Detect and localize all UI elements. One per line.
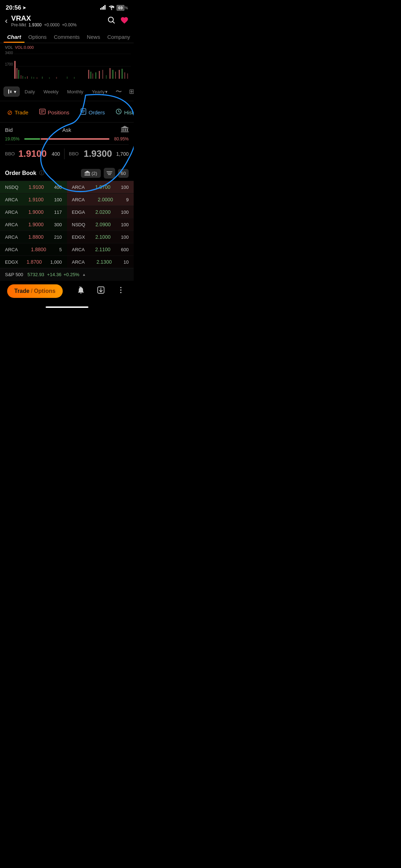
ob-ask-7-exchange: ARCA <box>72 259 85 265</box>
period-monthly[interactable]: Monthly <box>63 87 87 97</box>
svg-rect-36 <box>124 72 125 79</box>
svg-point-67 <box>120 287 122 288</box>
svg-rect-56 <box>121 131 129 132</box>
bell-button[interactable] <box>75 284 87 298</box>
svg-rect-21 <box>56 77 57 79</box>
search-button[interactable] <box>107 16 115 26</box>
orders-label: Orders <box>89 109 105 115</box>
svg-rect-27 <box>95 72 96 79</box>
positions-button[interactable]: Positions <box>37 107 72 118</box>
ob-bid-5: ARCA 1.8800 210 <box>0 231 67 243</box>
svg-rect-9 <box>14 61 16 79</box>
bbo-label-ask: BBO <box>69 151 82 156</box>
spread-bar: 19.05% 80.95% <box>5 136 129 141</box>
bbo-row: BBO 1.9100 400 BBO 1.9300 1,700 <box>5 144 129 163</box>
ob-count-button[interactable]: 60 <box>118 169 129 178</box>
header: ‹ VRAX Pre-Mkt 1.9300 +0.0000 +0.00% <box>0 13 134 30</box>
history-button[interactable]: History <box>113 107 134 118</box>
ob-ask-7-price: 2.1300 <box>97 259 112 265</box>
positions-icon <box>39 109 46 116</box>
svg-rect-39 <box>10 91 11 93</box>
tab-company[interactable]: Company <box>104 30 134 43</box>
chart-wave-icon[interactable]: 〜 <box>113 86 125 97</box>
ob-controls: (2) 60 <box>81 168 129 179</box>
svg-rect-11 <box>18 70 19 79</box>
battery-icon: 69 % <box>117 5 128 11</box>
trade-icon: ⊘ <box>7 109 12 117</box>
ob-row-2: ARCA 1.9100 100 ARCA 2.0000 9 <box>0 193 134 206</box>
y-label-mid: 1700 <box>5 62 13 66</box>
share-button[interactable] <box>95 284 107 298</box>
svg-rect-15 <box>27 76 28 79</box>
ob-ask-5-exchange: EDGX <box>72 234 85 240</box>
ob-bid-1-qty: 400 <box>54 185 62 190</box>
candle-type-selector[interactable]: ▾ <box>4 87 20 97</box>
svg-rect-23 <box>74 77 74 79</box>
ask-bar <box>41 138 109 140</box>
svg-rect-17 <box>34 77 34 79</box>
ob-ask-1-exchange: ARCA <box>72 185 85 190</box>
period-daily[interactable]: Daily <box>21 87 38 97</box>
ob-ask-6: ARCA 2.1100 600 <box>67 243 134 255</box>
period-weekly[interactable]: Weekly <box>40 87 62 97</box>
ob-exchange-filter[interactable]: (2) <box>81 169 101 178</box>
ob-row-5: ARCA 1.8800 210 EDGX 2.1000 100 <box>0 231 134 243</box>
ob-bid-7-qty: 1,000 <box>50 259 62 265</box>
svg-rect-55 <box>127 129 128 131</box>
action-buttons: ⊘ Trade Positions Orders History <box>0 103 134 122</box>
svg-rect-62 <box>84 175 90 176</box>
more-button[interactable] <box>115 284 127 298</box>
home-indicator <box>46 306 88 308</box>
svg-rect-22 <box>67 77 68 79</box>
ob-bid-4: ARCA 1.9000 300 <box>0 218 67 231</box>
tab-comments[interactable]: Comments <box>50 30 83 43</box>
svg-rect-32 <box>112 70 113 79</box>
svg-rect-61 <box>89 173 90 175</box>
bbo-section: Bid Ask 19.05% 80.95% BBO 1.9100 400 BBO… <box>0 123 134 164</box>
svg-rect-34 <box>119 70 120 79</box>
status-time: 20:56 <box>6 4 21 11</box>
svg-rect-35 <box>122 69 123 79</box>
svg-rect-12 <box>21 75 21 79</box>
svg-rect-58 <box>85 173 86 175</box>
ob-ask-5: EDGX 2.1000 100 <box>67 231 134 243</box>
ob-bid-3-qty: 117 <box>54 210 62 215</box>
status-bar: 20:56 ➤ 69 % <box>0 0 134 13</box>
ob-bid-2-price: 1.9100 <box>29 197 44 202</box>
ob-ask-2-qty: 9 <box>126 197 129 202</box>
ob-bid-5-exchange: ARCA <box>5 234 18 240</box>
favorite-button[interactable] <box>120 16 129 26</box>
ob-ask-4-qty: 100 <box>121 222 129 227</box>
trade-bottom-label: Trade <box>14 288 30 294</box>
ob-ask-2: ARCA 2.0000 9 <box>67 193 134 206</box>
trade-options-button[interactable]: Trade / Options <box>7 284 63 298</box>
order-book-table: NSDQ 1.9100 400 ARCA 1.9700 100 ARCA 1.9… <box>0 181 134 268</box>
tab-chart[interactable]: Chart <box>4 30 25 43</box>
back-button[interactable]: ‹ <box>5 16 7 26</box>
bbo-ask-price: 1.9300 <box>84 148 112 159</box>
ob-bid-6-qty: 5 <box>59 247 62 252</box>
trade-label: Trade <box>15 109 29 115</box>
ob-count-value: 60 <box>121 171 126 176</box>
chart-layout-icon[interactable]: ⊞ <box>126 86 134 97</box>
tab-news[interactable]: News <box>83 30 104 43</box>
ob-bid-3-price: 1.9000 <box>29 209 44 215</box>
ob-ask-1-price: 1.9700 <box>95 184 110 190</box>
period-yearly[interactable]: Yearly ▾ <box>88 87 112 97</box>
ob-row-3: ARCA 1.9000 117 EDGA 2.0200 100 <box>0 206 134 218</box>
svg-rect-19 <box>42 77 43 79</box>
svg-marker-51 <box>121 126 129 128</box>
tab-options[interactable]: Options <box>25 30 50 43</box>
pre-mkt-price: 1.9300 <box>29 22 42 27</box>
ob-info-icon: ⓘ <box>39 170 44 176</box>
orders-button[interactable]: Orders <box>78 107 107 118</box>
svg-rect-16 <box>31 77 32 79</box>
ob-bid-7: EDGX 1.8700 1,000 <box>0 256 67 268</box>
ob-bid-6-exchange: ARCA <box>5 247 18 252</box>
svg-line-6 <box>113 21 114 23</box>
price-change-pct: +0.00% <box>62 22 77 27</box>
svg-rect-3 <box>104 5 106 10</box>
ob-filter-button[interactable] <box>104 168 115 179</box>
bid-pct: 19.05% <box>5 136 22 141</box>
trade-button[interactable]: ⊘ Trade <box>5 107 31 118</box>
